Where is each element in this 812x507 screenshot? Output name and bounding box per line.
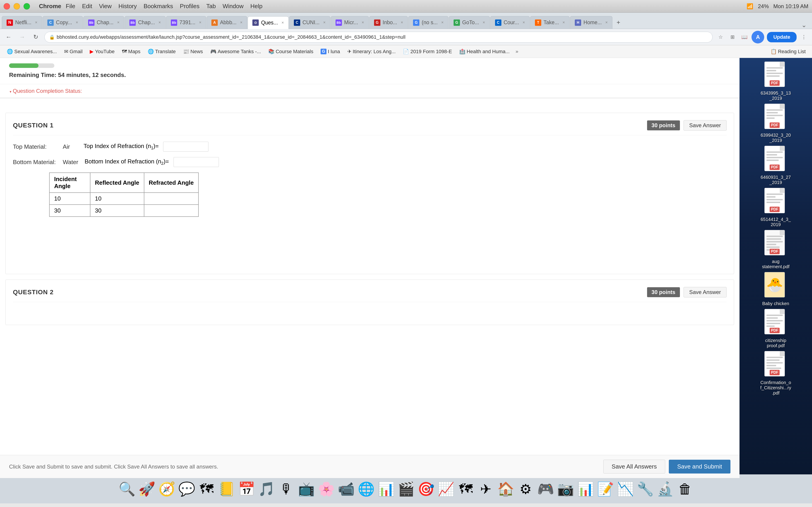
dock-messages[interactable]: 💬 [177,480,196,498]
desktop-file-aug-statement[interactable]: PDF aug statement.pdf [760,230,792,269]
bookmark-itinerary[interactable]: ✈ Itinerary: Los Ang... [344,47,399,56]
menu-help[interactable]: Help [250,3,262,10]
menu-bookmarks[interactable]: Bookmarks [144,3,173,10]
tab-chap2[interactable]: Bb Chap... × [124,16,166,29]
tab-micr[interactable]: Bb Micr... × [331,16,369,29]
dock-reminders[interactable]: 🎵 [257,480,275,498]
bookmark-star-icon[interactable]: ☆ [716,33,725,42]
forward-button[interactable]: → [17,32,27,42]
tab-home[interactable]: H Home... × [570,16,612,29]
desktop-file-6514412[interactable]: PDF 6514412_4_3_2019 [760,188,792,227]
cell-refracted-1[interactable] [144,192,198,205]
desktop-file-baby-chicken[interactable]: 🐣 Baby chicken [760,272,792,306]
question-status-label[interactable]: Question Completion Status: [13,88,82,94]
tab-abbb[interactable]: A Abbb... × [207,16,247,29]
bookmark-sexual-awareness[interactable]: 🌐 Sexual Awarenes... [4,47,60,56]
tab-netflix[interactable]: N Netfli... × [2,16,42,29]
bookmarks-overflow[interactable]: » [514,49,520,55]
bookmark-health[interactable]: 🏥 Health and Huma... [456,47,513,56]
menu-file[interactable]: File [66,3,75,10]
menu-view[interactable]: View [99,3,112,10]
url-bar[interactable]: 🔒 bbhosted.cuny.edu/webapps/assessment/t… [44,32,713,43]
chrome-menu-icon[interactable]: ⋮ [799,33,808,42]
dock-trash[interactable]: 🗑 [676,480,694,498]
dock-maps2[interactable]: 🗺 [457,480,475,498]
dock-contacts[interactable]: 📒 [217,480,236,498]
menu-window[interactable]: Window [222,3,243,10]
dock-facetime[interactable]: 📹 [337,480,355,498]
dock-powerpoint[interactable]: 📊 [576,480,595,498]
dock-sheets[interactable]: 📊 [377,480,395,498]
tab-cour[interactable]: C Cour... × [490,16,530,29]
dock-podcast[interactable]: 🎙 [277,480,295,498]
minimize-button[interactable] [14,3,20,9]
bookmark-course-materials[interactable]: 📚 Course Materials [265,47,316,56]
dock-safari[interactable]: 🧭 [158,480,176,498]
tab-ques[interactable]: ⚙ Ques... × [248,16,289,29]
save-and-submit-button[interactable]: Save and Submit [669,460,730,473]
tab-copy[interactable]: C Copy... × [43,16,83,29]
tabs-overflow[interactable]: ⌄ [798,21,810,29]
dock-settings[interactable]: ⚙ [517,480,535,498]
menu-profiles[interactable]: Profiles [180,3,200,10]
bookmark-maps[interactable]: 🗺 Maps [119,47,144,56]
dock-excel[interactable]: 📉 [616,480,635,498]
desktop-file-6399432[interactable]: PDF 6399432_3_20_2019 [760,104,792,143]
dock-travel[interactable]: ✈ [477,480,495,498]
bookmark-1098e[interactable]: 📄 2019 Form 1098-E [400,47,455,56]
menu-tab[interactable]: Tab [206,3,216,10]
dock-chrome[interactable]: 🌐 [357,480,375,498]
dock-tv[interactable]: 📺 [297,480,315,498]
bookmark-gmail[interactable]: ✉ Gmail [61,47,86,56]
reload-button[interactable]: ↻ [31,32,41,42]
dock-numbers[interactable]: 📈 [437,480,455,498]
desktop-file-6343995[interactable]: PDF 6343995_3_13_2019 [760,62,792,101]
tab-inbox[interactable]: G Inbo... × [369,16,408,29]
bookmark-youtube[interactable]: ▶ YouTube [87,47,117,56]
tab-take[interactable]: T Take... × [530,16,570,29]
tab-chap1[interactable]: Bb Chap... × [83,16,124,29]
desktop-file-citizenship[interactable]: PDF citizenship proof.pdf [760,309,792,348]
save-answer-q2-button[interactable]: Save Answer [683,287,726,297]
tab-cuni[interactable]: C CUNI... × [289,16,330,29]
menu-history[interactable]: History [118,3,137,10]
dock-launchpad[interactable]: 🚀 [138,480,156,498]
desktop-file-confirmation[interactable]: PDF Confirmation_of_Citizenshi...ry.pdf [760,351,792,396]
tab-goto[interactable]: G GoTo... × [449,16,490,29]
reading-list-button[interactable]: 📋 Reading List [768,48,808,55]
dock-lab[interactable]: 🔬 [656,480,674,498]
dock-home[interactable]: 🏠 [497,480,515,498]
desktop-file-6460931[interactable]: PDF 6460931_3_27_2019 [760,146,792,185]
top-index-input[interactable] [163,142,208,152]
new-tab-button[interactable]: + [613,16,624,29]
cell-refracted-2[interactable] [144,205,198,217]
dock-gaming[interactable]: 🎮 [537,480,555,498]
tab-nos[interactable]: G (no s... × [408,16,448,29]
fullscreen-button[interactable] [23,3,30,9]
close-button[interactable] [4,3,10,9]
bookmark-translate[interactable]: 🌐 Translate [145,47,179,56]
update-button[interactable]: Update [767,32,797,42]
bookmark-iluna[interactable]: G I luna [317,47,343,56]
dock-photos2[interactable]: 📷 [556,480,574,498]
menu-edit[interactable]: Edit [82,3,92,10]
reading-view-icon[interactable]: 📖 [740,33,749,42]
bookmark-news[interactable]: 📰 News [180,47,206,56]
dock-calendar[interactable]: 📅 [238,480,256,498]
tab-search-icon[interactable]: ⊞ [728,33,737,42]
save-answer-q1-button[interactable]: Save Answer [683,120,726,130]
dock-maps[interactable]: 🗺 [198,480,216,498]
back-button[interactable]: ← [4,32,14,42]
dock-instruments[interactable]: 🎯 [417,480,435,498]
dock-tools[interactable]: 🔧 [636,480,654,498]
dock-word[interactable]: 📝 [596,480,614,498]
bottom-index-input[interactable] [173,157,219,167]
dock-finder[interactable]: 🔍 [118,480,136,498]
profile-button[interactable]: A [752,31,764,44]
menu-bar[interactable]: File Edit View History Bookmarks Profile… [66,3,262,10]
dock-photos[interactable]: 🌸 [317,480,335,498]
dock-imovie[interactable]: 🎬 [397,480,415,498]
save-all-answers-button[interactable]: Save All Answers [603,460,665,473]
tab-7391[interactable]: Bb 7391... × [166,16,206,29]
bookmark-awesome-tanks[interactable]: 🎮 Awesome Tanks -... [207,47,264,56]
